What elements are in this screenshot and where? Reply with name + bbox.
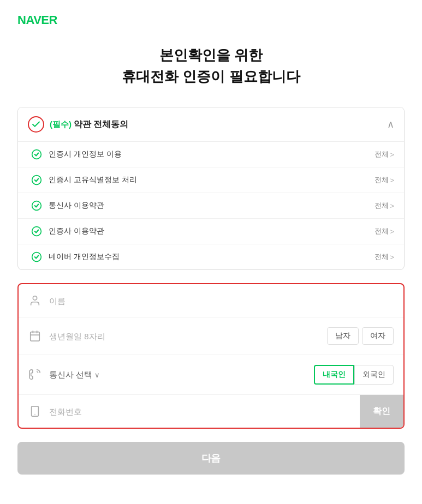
arrow-icon-5: > <box>390 253 394 261</box>
terms-item-label-4: 인증사 이용약관 <box>49 226 375 236</box>
terms-all-agree[interactable]: (필수) 약관 전체동의 ∧ <box>18 107 404 141</box>
telecom-row: 통신사 선택 ∨ 내국인 외국인 <box>19 355 403 395</box>
arrow-icon-2: > <box>390 176 394 184</box>
terms-item-2[interactable]: 인증시 고유식별정보 처리 전체 > <box>18 167 404 193</box>
arrow-icon-3: > <box>390 202 394 210</box>
telecom-label: 통신사 선택 <box>49 370 92 380</box>
svg-point-5 <box>33 296 37 300</box>
svg-rect-10 <box>32 406 39 416</box>
name-input[interactable] <box>49 296 394 305</box>
nationality-domestic-button[interactable]: 내국인 <box>314 365 354 385</box>
form-section: 남자 여자 통신사 선택 ∨ 내국인 외국인 <box>17 283 405 429</box>
terms-item-label-2: 인증시 고유식별정보 처리 <box>49 175 375 185</box>
terms-item-link-5[interactable]: 전체 > <box>375 252 394 262</box>
svg-rect-6 <box>31 332 40 341</box>
gender-male-button[interactable]: 남자 <box>327 327 359 345</box>
terms-item-3[interactable]: 통신사 이용약관 전체 > <box>18 193 404 219</box>
terms-item-link-1[interactable]: 전체 > <box>375 149 394 159</box>
terms-item-1[interactable]: 인증시 개인정보 이용 전체 > <box>18 142 404 167</box>
phone-input-wrap <box>19 395 360 428</box>
nationality-foreign-button[interactable]: 외국인 <box>354 365 394 385</box>
terms-item-label-3: 통신사 이용약관 <box>49 201 375 211</box>
arrow-icon-4: > <box>390 227 394 236</box>
gender-buttons: 남자 여자 <box>327 327 394 345</box>
arrow-icon-1: > <box>390 151 394 159</box>
check-icon-4 <box>31 226 42 237</box>
nationality-buttons: 내국인 외국인 <box>314 365 394 385</box>
confirm-button[interactable]: 확인 <box>360 395 403 428</box>
calendar-icon <box>28 329 41 343</box>
terms-item-5[interactable]: 네이버 개인정보수집 전체 > <box>18 244 404 269</box>
person-icon <box>28 294 41 307</box>
birthdate-input[interactable] <box>49 332 327 341</box>
terms-section: (필수) 약관 전체동의 ∧ 인증시 개인정보 이용 전체 > <box>17 107 405 270</box>
telecom-select[interactable]: 통신사 선택 ∨ <box>49 370 100 380</box>
check-icon-1 <box>31 149 42 160</box>
terms-item-link-2[interactable]: 전체 > <box>375 175 394 185</box>
naver-logo: NAVER <box>17 13 405 27</box>
phone-input[interactable] <box>49 407 350 416</box>
check-icon-3 <box>31 200 42 211</box>
name-row <box>19 284 403 317</box>
terms-chevron-icon: ∧ <box>387 118 394 130</box>
page-title: 본인확인을 위한 휴대전화 인증이 필요합니다 <box>17 45 405 87</box>
phone-row: 확인 <box>19 395 403 428</box>
terms-checkbox[interactable] <box>28 116 44 133</box>
terms-item-label-1: 인증시 개인정보 이용 <box>49 149 375 159</box>
check-icon-2 <box>31 175 42 185</box>
phone-icon <box>28 405 41 418</box>
gender-female-button[interactable]: 여자 <box>362 327 394 345</box>
terms-item-link-3[interactable]: 전체 > <box>375 201 394 211</box>
terms-item-link-4[interactable]: 전체 > <box>375 226 394 236</box>
check-icon-5 <box>31 251 42 262</box>
terms-all-agree-label: 약관 전체동의 <box>74 119 387 130</box>
next-button[interactable]: 다음 <box>17 442 405 475</box>
terms-list: 인증시 개인정보 이용 전체 > 인증시 고유식별정보 처리 전체 > <box>18 141 404 269</box>
terms-item-label-5: 네이버 개인정보수집 <box>49 252 375 262</box>
telecom-icon <box>28 368 41 381</box>
birthdate-row: 남자 여자 <box>19 317 403 355</box>
terms-item-4[interactable]: 인증사 이용약관 전체 > <box>18 219 404 244</box>
telecom-chevron-icon: ∨ <box>94 371 100 379</box>
terms-required-label: (필수) <box>50 119 72 130</box>
